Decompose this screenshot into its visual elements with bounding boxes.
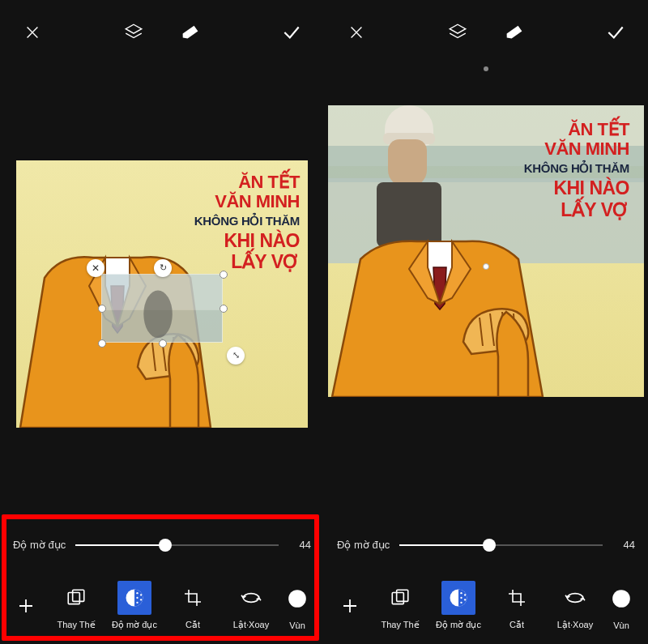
resize-handle[interactable]	[159, 339, 167, 348]
tool-opacity[interactable]: Độ mờ đục	[105, 581, 164, 630]
svg-rect-18	[392, 593, 403, 604]
editor-canvas[interactable]: ĂN TẾTVĂN MINH KHÔNG HỎI THĂM KHI NÀOLẤY…	[16, 160, 308, 428]
svg-point-13	[243, 594, 259, 603]
tool-blend[interactable]: Vùn	[280, 582, 314, 630]
svg-point-27	[460, 602, 462, 603]
opacity-slider[interactable]	[75, 544, 279, 546]
layer-scale-handle[interactable]: ⤡	[227, 347, 245, 365]
opacity-value: 44	[288, 539, 311, 551]
tool-blend[interactable]: Vùn	[604, 582, 638, 630]
apply-button[interactable]	[603, 20, 628, 45]
resize-handle[interactable]	[220, 271, 228, 279]
tool-flip-rotate[interactable]: Lật·Xoay	[546, 581, 604, 630]
opacity-label: Độ mờ đục	[13, 539, 66, 551]
svg-point-2	[143, 290, 173, 338]
resize-handle[interactable]	[98, 339, 106, 348]
layer-rotate-handle[interactable]: ↻	[154, 259, 172, 277]
tool-opacity[interactable]: Độ mờ đục	[429, 581, 488, 630]
svg-rect-3	[68, 593, 79, 604]
close-button[interactable]	[20, 20, 45, 45]
layers-icon[interactable]	[446, 20, 470, 45]
layers-icon[interactable]	[122, 20, 146, 45]
svg-rect-7	[134, 586, 146, 609]
svg-rect-22	[458, 586, 470, 609]
tool-crop[interactable]: Cắt	[164, 581, 222, 630]
svg-point-10	[136, 597, 138, 599]
suit-illustration	[328, 235, 559, 397]
svg-point-23	[460, 592, 462, 594]
svg-point-11	[140, 599, 142, 600]
svg-point-8	[136, 592, 138, 594]
resize-handle[interactable]	[220, 305, 228, 313]
add-button[interactable]	[5, 589, 47, 623]
eraser-icon[interactable]	[502, 20, 526, 45]
overlay-person	[360, 105, 458, 247]
tool-crop[interactable]: Cắt	[488, 581, 546, 630]
close-button[interactable]	[344, 20, 369, 45]
timeline-indicator	[484, 66, 488, 71]
svg-point-9	[140, 594, 142, 595]
tool-replace[interactable]: Thay Thế	[47, 581, 105, 630]
opacity-slider[interactable]	[399, 544, 603, 546]
svg-point-26	[464, 599, 466, 600]
add-button[interactable]	[329, 589, 371, 623]
opacity-value: 44	[612, 539, 635, 551]
slider-thumb[interactable]	[159, 539, 172, 552]
editor-canvas[interactable]: ĂN TẾTVĂN MINH KHÔNG HỎI THĂM KHI NÀOLẤY…	[328, 105, 644, 397]
opacity-label: Độ mờ đục	[337, 539, 390, 551]
tool-replace[interactable]: Thay Thế	[371, 581, 429, 630]
resize-handle[interactable]	[98, 305, 106, 313]
slider-thumb[interactable]	[483, 539, 496, 552]
svg-point-14	[288, 590, 306, 608]
eraser-icon[interactable]	[178, 20, 202, 45]
svg-point-29	[612, 590, 630, 608]
layer-delete-handle[interactable]: ✕	[87, 259, 104, 277]
overlay-layer[interactable]: ✕ ↻ ⤡	[101, 274, 223, 343]
svg-rect-19	[397, 590, 408, 601]
meme-text-block: ĂN TẾTVĂN MINH KHÔNG HỎI THĂM KHI NÀOLẤY…	[524, 120, 629, 220]
resize-handle[interactable]	[483, 263, 489, 270]
svg-point-12	[136, 602, 138, 603]
svg-rect-4	[73, 590, 84, 601]
tool-flip-rotate[interactable]: Lật·Xoay	[222, 581, 280, 630]
svg-point-24	[464, 594, 466, 595]
svg-point-25	[460, 597, 462, 599]
svg-point-28	[567, 594, 583, 603]
apply-button[interactable]	[279, 20, 304, 45]
